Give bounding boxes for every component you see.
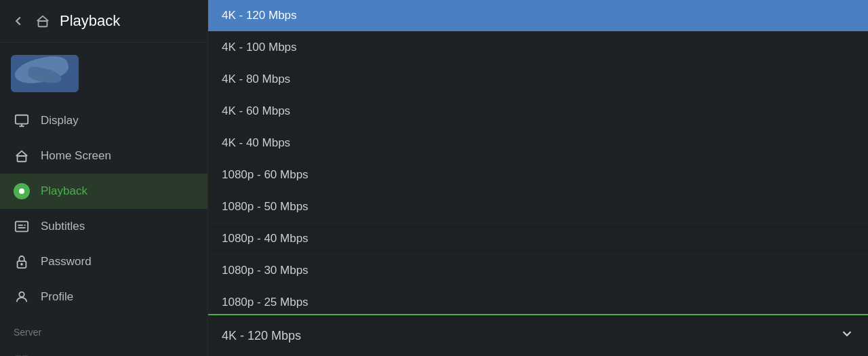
sidebar: Playback Display Home Scr <box>0 0 208 356</box>
sidebar-header: Playback <box>0 0 208 43</box>
avatar <box>11 55 79 92</box>
sidebar-item-password[interactable]: Password <box>0 244 208 279</box>
dropdown-selected-value: 4K - 120 Mbps <box>222 329 301 343</box>
playback-active-icon <box>14 183 30 199</box>
user-avatar-section <box>0 43 208 99</box>
list-item[interactable]: 1080p - 60 Mbps <box>208 159 868 191</box>
svg-point-11 <box>19 292 24 297</box>
nav-items: Display Home Screen Playback <box>0 99 208 319</box>
sidebar-item-profile[interactable]: Profile <box>0 279 208 315</box>
sidebar-item-label: Home Screen <box>41 149 111 163</box>
sidebar-item-dashboard[interactable]: Dashboard <box>0 344 208 356</box>
list-item[interactable]: 1080p - 40 Mbps <box>208 223 868 255</box>
list-item[interactable]: 1080p - 25 Mbps <box>208 287 868 314</box>
sidebar-item-playback[interactable]: Playback <box>0 174 208 209</box>
profile-icon <box>14 289 30 305</box>
subtitles-icon <box>14 218 30 235</box>
sidebar-item-label: Profile <box>41 290 73 304</box>
server-nav-items: Dashboard Settings <box>0 340 208 356</box>
sidebar-item-display[interactable]: Display <box>0 103 208 138</box>
list-item[interactable]: 4K - 120 Mbps <box>208 0 868 32</box>
list-item[interactable]: 4K - 60 Mbps <box>208 96 868 127</box>
list-item[interactable]: 4K - 80 Mbps <box>208 64 868 96</box>
svg-rect-5 <box>16 222 28 232</box>
sidebar-item-label: Password <box>41 255 92 269</box>
sidebar-item-label: Display <box>41 114 79 127</box>
dropdown-selector[interactable]: 4K - 120 Mbps <box>208 314 868 356</box>
chevron-down-icon <box>840 326 854 345</box>
main-content: 4K - 120 Mbps4K - 100 Mbps4K - 80 Mbps4K… <box>208 0 868 356</box>
sidebar-item-home-screen[interactable]: Home Screen <box>0 138 208 174</box>
sidebar-item-label: Playback <box>41 184 87 198</box>
dropdown-list[interactable]: 4K - 120 Mbps4K - 100 Mbps4K - 80 Mbps4K… <box>208 0 868 314</box>
list-item[interactable]: 4K - 100 Mbps <box>208 32 868 64</box>
sidebar-item-subtitles[interactable]: Subtitles <box>0 209 208 244</box>
svg-rect-1 <box>16 115 28 124</box>
back-button[interactable] <box>11 14 26 28</box>
sidebar-title: Playback <box>60 12 120 30</box>
svg-rect-4 <box>18 156 26 161</box>
display-icon <box>14 113 30 129</box>
server-section-label: Server <box>0 319 208 340</box>
home-screen-icon <box>14 148 30 164</box>
home-button[interactable] <box>35 14 50 28</box>
list-item[interactable]: 1080p - 50 Mbps <box>208 191 868 223</box>
sidebar-item-label: Subtitles <box>41 220 85 233</box>
svg-rect-0 <box>39 21 47 26</box>
svg-point-10 <box>21 264 22 265</box>
password-icon <box>14 254 30 270</box>
list-item[interactable]: 1080p - 30 Mbps <box>208 255 868 287</box>
list-item[interactable]: 4K - 40 Mbps <box>208 127 868 159</box>
